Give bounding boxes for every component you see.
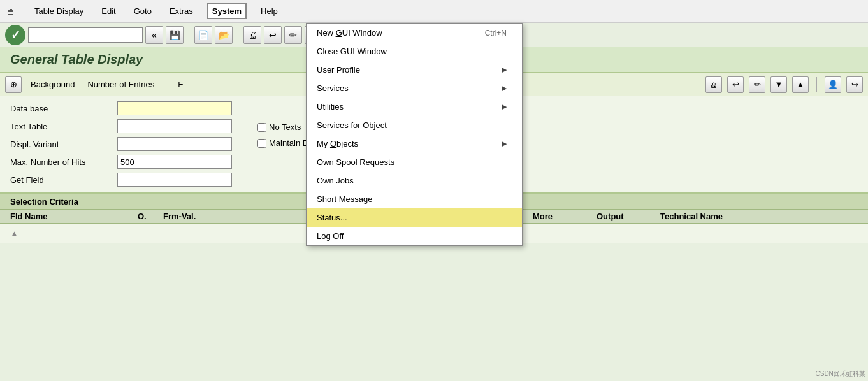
text-table-input[interactable] xyxy=(117,119,232,133)
user-profile-arrow: ▶ xyxy=(502,66,507,74)
close-gui-window-label: Close GUI Window xyxy=(317,47,387,56)
get-field-input[interactable] xyxy=(117,173,232,187)
menu-status[interactable]: Status... xyxy=(307,208,522,227)
status-label: Status... xyxy=(317,213,347,222)
stb-print-btn[interactable]: 🖨 xyxy=(705,76,722,93)
menu-table-display[interactable]: Table Display xyxy=(31,4,87,18)
own-spool-requests-label: Own Spool Requests xyxy=(317,157,394,167)
command-input[interactable] xyxy=(28,27,143,43)
stb-sep1 xyxy=(166,77,166,92)
no-texts-label: No Texts xyxy=(269,122,301,132)
menu-edit[interactable]: Edit xyxy=(98,4,119,18)
menu-utilities[interactable]: Utilities ▶ xyxy=(307,97,522,116)
menu-help[interactable]: Help xyxy=(257,4,282,18)
save-button[interactable]: 💾 xyxy=(166,26,184,44)
new-gui-window-label: New GUI Window xyxy=(317,28,382,38)
separator-1 xyxy=(189,27,189,43)
menu-close-gui-window[interactable]: Close GUI Window xyxy=(307,42,522,61)
col-fld-name: Fld Name xyxy=(10,212,138,221)
menu-short-message[interactable]: Short Message xyxy=(307,190,522,208)
own-jobs-label: Own Jobs xyxy=(317,176,354,185)
menu-user-profile[interactable]: User Profile ▶ xyxy=(307,61,522,79)
menu-services-for-object[interactable]: Services for Object xyxy=(307,116,522,134)
services-for-object-label: Services for Object xyxy=(317,120,387,130)
displ-variant-input[interactable] xyxy=(117,137,232,151)
text-table-label: Text Table xyxy=(10,122,112,131)
background-btn[interactable]: Background xyxy=(27,78,78,90)
double-arrow-button[interactable]: « xyxy=(145,26,163,44)
short-message-label: Short Message xyxy=(317,194,372,204)
services-label: Services xyxy=(317,83,349,93)
print-button[interactable]: 🖨 xyxy=(243,26,261,44)
stb-export-btn[interactable]: ↪ xyxy=(846,76,863,93)
undo-button[interactable]: ↩ xyxy=(264,26,282,44)
displ-variant-row: Displ. Variant xyxy=(10,137,232,151)
stb-down-btn[interactable]: ▼ xyxy=(770,76,787,93)
utilities-label: Utilities xyxy=(317,102,344,111)
separator-2 xyxy=(238,27,238,43)
no-texts-checkbox[interactable] xyxy=(257,123,266,132)
text-table-row: Text Table xyxy=(10,119,232,133)
col-more: More xyxy=(533,212,597,221)
log-off-label: Log Off xyxy=(317,231,344,241)
maintain-entries-checkbox[interactable] xyxy=(257,139,266,148)
my-objects-arrow: ▶ xyxy=(502,140,507,148)
database-label: Data base xyxy=(10,104,112,113)
shortcut-button[interactable]: 📄 xyxy=(194,26,212,44)
user-profile-label: User Profile xyxy=(317,65,360,75)
local-file-button[interactable]: 📂 xyxy=(215,26,233,44)
menu-extras[interactable]: Extras xyxy=(166,4,197,18)
services-arrow: ▶ xyxy=(502,84,507,92)
menu-services[interactable]: Services ▶ xyxy=(307,79,522,97)
stb-user2-btn[interactable]: 👤 xyxy=(825,76,841,93)
menu-system[interactable]: System xyxy=(207,3,247,19)
sort-icon[interactable]: ▲ xyxy=(10,229,18,238)
system-dropdown-menu: New GUI Window Ctrl+N Close GUI Window U… xyxy=(306,23,523,246)
col-technical-name: Technical Name xyxy=(660,212,788,221)
utilities-arrow: ▶ xyxy=(502,103,507,111)
menu-own-jobs[interactable]: Own Jobs xyxy=(307,171,522,190)
menu-bar: 🖥 Table Display Edit Goto Extras System … xyxy=(0,0,868,23)
app-icon: 🖥 xyxy=(5,6,15,17)
new-gui-window-shortcut: Ctrl+N xyxy=(485,29,507,38)
menu-my-objects[interactable]: My Objects ▶ xyxy=(307,134,522,153)
stb-edit2-btn[interactable]: ✏ xyxy=(749,76,765,93)
menu-goto[interactable]: Goto xyxy=(130,4,156,18)
edit-button[interactable]: ✏ xyxy=(284,26,302,44)
my-objects-label: My Objects xyxy=(317,139,358,148)
stb-undo-btn[interactable]: ↩ xyxy=(727,76,744,93)
database-input[interactable] xyxy=(117,101,232,115)
max-hits-row: Max. Number of Hits xyxy=(10,155,232,169)
col-o: O. xyxy=(138,212,163,221)
menu-log-off[interactable]: Log Off xyxy=(307,227,522,245)
confirm-button[interactable]: ✓ xyxy=(5,25,25,45)
database-row: Data base xyxy=(10,101,232,115)
displ-variant-label: Displ. Variant xyxy=(10,140,112,149)
stb-up-btn[interactable]: ▲ xyxy=(792,76,809,93)
selection-criteria-label: Selection Criteria xyxy=(10,197,78,206)
col-output: Output xyxy=(597,212,660,221)
menu-new-gui-window[interactable]: New GUI Window Ctrl+N xyxy=(307,24,522,42)
menu-own-spool-requests[interactable]: Own Spool Requests xyxy=(307,153,522,171)
number-of-entries-btn[interactable]: Number of Entries xyxy=(83,78,158,90)
max-hits-label: Max. Number of Hits xyxy=(10,157,112,167)
watermark: CSDN@禾虹科某 xyxy=(816,370,866,378)
max-hits-input[interactable] xyxy=(117,155,232,169)
stb-e-btn[interactable]: E xyxy=(174,78,187,90)
refresh-icon-btn[interactable]: ⊕ xyxy=(5,76,22,93)
get-field-label: Get Field xyxy=(10,175,112,185)
stb-sep2 xyxy=(816,77,817,92)
